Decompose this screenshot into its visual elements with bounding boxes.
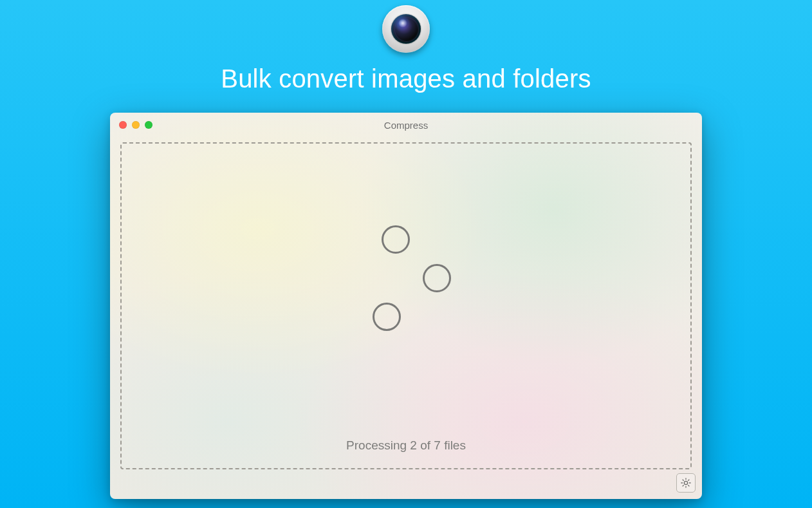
processing-status-text: Processing 2 of 7 files <box>122 438 690 453</box>
processing-spinner-icon <box>355 225 457 328</box>
spinner-dot-icon <box>382 225 410 254</box>
settings-button[interactable] <box>676 473 696 493</box>
svg-point-0 <box>684 481 687 484</box>
gear-icon <box>679 476 692 489</box>
lens-icon <box>391 14 421 44</box>
page-headline: Bulk convert images and folders <box>0 64 812 93</box>
window-minimize-button[interactable] <box>132 121 140 129</box>
drop-zone[interactable]: Processing 2 of 7 files <box>120 142 692 469</box>
window-close-button[interactable] <box>119 121 127 129</box>
window-zoom-button[interactable] <box>145 121 152 129</box>
app-window: Compress Processing 2 of 7 files <box>110 113 702 499</box>
window-titlebar: Compress <box>110 113 702 137</box>
window-title: Compress <box>110 120 702 131</box>
app-lens-icon <box>382 5 430 53</box>
window-traffic-lights <box>119 121 152 129</box>
spinner-dot-icon <box>373 303 401 331</box>
spinner-dot-icon <box>423 264 451 292</box>
